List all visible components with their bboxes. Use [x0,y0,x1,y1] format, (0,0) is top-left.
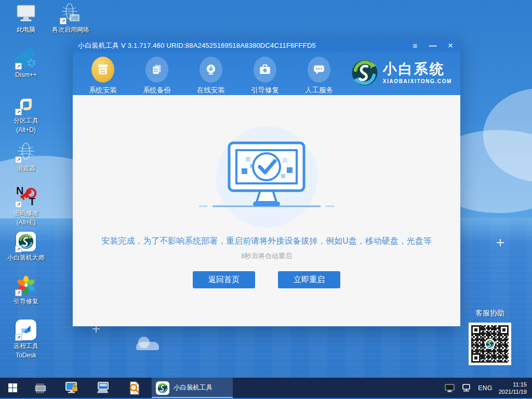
nav-tabs: 系统安装 系统备份 [81,57,341,95]
minimize-icon[interactable]: — [428,41,437,50]
todesk-arrow-icon [15,319,37,341]
memory-chip-icon [33,380,48,396]
menu-icon[interactable]: ≡ [410,41,420,50]
qr-finder-icon [471,353,481,363]
xiaobai-tool-window: 小白装机工具 V 3.1.717.460 URID:88A24525169518… [73,39,460,326]
desktop-icon-password-reset[interactable]: NT 密码修改 (Alt+E) [5,186,47,227]
restart-now-button[interactable]: 立即重启 [278,271,340,288]
desktop-icon-this-pc[interactable]: 此电脑 [5,3,47,34]
display-color-icon[interactable] [445,383,455,393]
shortcut-arrow-icon [15,289,22,296]
desktop-icon-label: 远程工具 [14,342,38,350]
nt-password-key-icon: NT [15,186,37,208]
brand-name: 小白系统 [383,61,452,77]
gears-icon [15,48,37,70]
tab-system-install[interactable]: 系统安装 [81,57,125,95]
taskbar-icon-locked-monitor[interactable] [56,378,87,398]
tab-label: 引导修复 [251,86,279,95]
windows-logo-icon [8,383,17,392]
pinwheel-icon [15,274,37,296]
window-title: 小白装机工具 V 3.1.717.460 URID:88A24525169518… [78,41,316,50]
desktop-icon-label: 密码修改 [14,209,38,217]
support-panel: 客服协助 [469,309,511,365]
xiaobai-logo-icon [485,339,495,349]
desktop-icon-xiaobai-master[interactable]: 小白装机大师 [1,231,51,262]
tab-support[interactable]: 人工服务 [297,57,341,95]
support-qr-code [469,323,511,365]
xiaobai-logo-icon [15,231,37,252]
monitor-check-icon [199,140,334,218]
qr-finder-icon [499,325,509,335]
sparkle [92,325,100,332]
tab-label: 人工服务 [305,86,333,95]
network-ethernet-icon[interactable] [461,383,472,393]
desktop-icon-label: 再次启用网络 [52,26,89,34]
taskbar-icon-keyboard-monitor[interactable] [87,378,118,398]
chat-bubble-icon [308,57,330,83]
shortcut-arrow-icon [15,334,22,341]
tab-online-install[interactable]: 在线安装 [189,57,233,95]
desktop-icon-label: 浏览器 [17,165,35,172]
taskbar: 小白装机工具 ENG 11:15 2021/11/19 [0,378,532,399]
desktop-icon-browser[interactable]: 浏览器 [5,141,47,172]
partition-tool-icon [15,94,37,115]
brand: 小白系统 XIAOBAIXITONG.COM [351,59,452,86]
install-box-icon [91,57,114,83]
shortcut-arrow-icon [15,201,22,208]
tab-system-backup[interactable]: 系统备份 [135,57,179,95]
window-content: 安装完成，为了不影响系统部署，重启前请将外接设备拔掉，例如U盘，移动硬盘，光盘等… [73,95,460,326]
restart-countdown: 8秒后将自动重启 [241,251,292,261]
xiaobai-logo-icon [156,381,169,395]
desktop-icon-label: 此电脑 [17,26,35,34]
tab-label: 系统备份 [143,86,171,95]
shortcut-arrow-icon [15,63,22,70]
support-title: 客服协助 [469,309,511,318]
desktop-icon-boot-repair[interactable]: 引导修复 [5,274,47,305]
taskbar-icon-memory-chip[interactable] [25,378,56,398]
shortcut-arrow-icon [15,109,22,115]
shortcut-arrow-icon [60,18,66,24]
download-icon [200,57,222,83]
taskbar-app-label: 小白装机工具 [174,383,212,392]
close-icon[interactable]: × [446,41,455,50]
desktop-icon-todesk[interactable]: 远程工具 ToDesk [5,319,47,360]
desktop-icon-label: 引导修复 [14,298,38,305]
xiaobai-logo-icon [351,59,378,86]
desktop-icon-label: Dism++ [15,71,36,79]
language-indicator[interactable]: ENG [478,384,493,392]
desktop: 此电脑 再次启用网络 Dism++ [0,0,532,399]
install-complete-message: 安装完成，为了不影响系统部署，重启前请将外接设备拔掉，例如U盘，移动硬盘，光盘等 [101,236,432,247]
brand-site: XIAOBAIXITONG.COM [383,78,452,84]
shortcut-arrow-icon [15,156,22,163]
desktop-icon-label: 小白装机大师 [7,254,45,262]
system-tray: ENG 11:15 2021/11/19 [445,378,532,398]
browser-globe-icon [15,141,37,163]
this-pc-icon [15,3,37,24]
mini-cloud [136,342,159,350]
locked-monitor-icon [64,380,79,396]
desktop-icon-label2: (Alt+D) [16,126,36,134]
sparkle [497,239,504,246]
desktop-icon-enable-network[interactable]: 再次启用网络 [46,3,96,34]
desktop-icon-label2: (Alt+E) [16,219,35,227]
success-illustration [216,126,317,228]
taskbar-active-app[interactable]: 小白装机工具 [152,378,233,398]
clock-time: 11:15 [499,381,527,388]
back-home-button[interactable]: 返回首页 [193,271,255,288]
tab-label: 在线安装 [197,86,225,95]
clock-date: 2021/11/19 [499,388,527,395]
taskbar-icon-search-doc[interactable] [118,378,150,398]
window-titlebar[interactable]: 小白装机工具 V 3.1.717.460 URID:88A24525169518… [73,39,460,52]
desktop-icon-label: 分区工具 [14,117,38,125]
tab-boot-repair[interactable]: 引导修复 [243,57,287,95]
desktop-icon-dism[interactable]: Dism++ [5,48,47,79]
start-button[interactable] [0,378,25,398]
backup-copies-icon [145,57,168,83]
toolbox-icon [254,57,276,83]
taskbar-clock[interactable]: 11:15 2021/11/19 [499,381,527,395]
network-globe-icon [60,3,82,24]
qr-finder-icon [471,325,481,335]
desktop-icon-partition-tool[interactable]: 分区工具 (Alt+D) [5,94,47,134]
shortcut-arrow-icon [15,246,22,252]
search-document-icon [126,380,142,396]
